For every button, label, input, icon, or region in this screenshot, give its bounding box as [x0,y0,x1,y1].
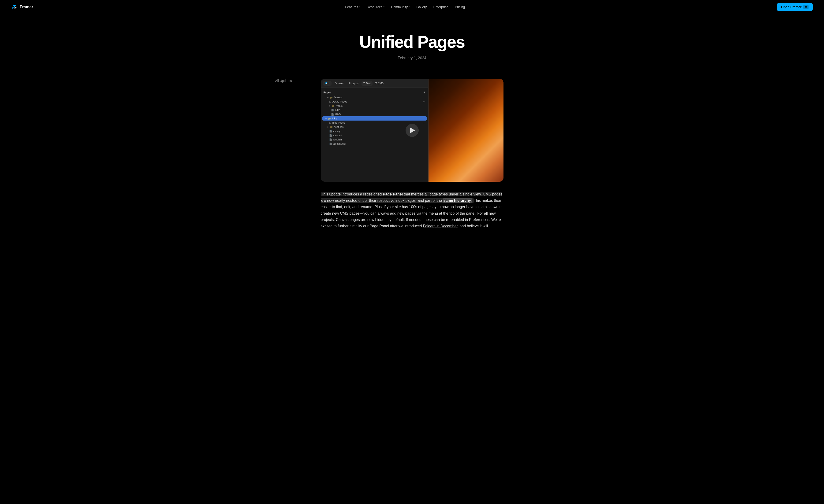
expand-dot [327,97,328,98]
media-container: ▾ ⊕ Insert ⊞ Layout T Text ⊟ [321,79,504,182]
pages-header: Pages + [321,90,428,95]
svg-marker-4 [325,83,326,84]
nav-gallery[interactable]: Gallery [414,4,429,10]
folder-icon: 📁 [330,126,333,128]
hero-section: Unified Pages February 1, 2024 [0,14,824,74]
chevron-down-icon: ▾ [383,6,385,8]
framer-logo-icon [11,4,18,10]
play-button[interactable] [406,124,419,137]
add-page-button[interactable]: + [424,91,425,94]
svg-marker-3 [325,82,327,83]
article-body: This update introduces a redesigned Page… [321,191,504,229]
expand-dot [325,118,327,119]
folder-icon: 📁 [330,96,333,99]
chevron-down-icon: ▾ [409,6,410,8]
cms-collection-icon: ⊟ [329,122,331,124]
page-icon: 📄 [329,138,332,141]
cms-collection-icon: ⊟ [329,100,331,103]
framer-toolbar: ▾ ⊕ Insert ⊞ Layout T Text ⊟ [321,79,428,88]
page-icon: 📄 [331,109,334,111]
page-icon: 📄 [329,134,332,137]
toolbar-cms[interactable]: ⊟ CMS [373,81,385,86]
list-item[interactable]: ⊟ Award Pages 64 [321,100,428,104]
list-item[interactable]: 📄 /community [321,142,428,146]
layout-icon: ⊞ [348,82,350,85]
nav-pricing[interactable]: Pricing [452,4,468,10]
toolbar-layout[interactable]: ⊞ Layout [346,81,361,86]
svg-marker-0 [12,5,17,7]
play-icon [410,128,415,133]
folders-link[interactable]: Folders in December [423,224,457,228]
nav-community[interactable]: Community ▾ [388,4,413,10]
page-icon: 📄 [329,130,332,132]
keyboard-shortcut-icon: ⌘ [803,5,809,9]
nav-features[interactable]: Features ▾ [342,4,363,10]
list-item[interactable]: 📁 /blog [322,116,427,121]
publish-date: February 1, 2024 [11,56,813,60]
toolbar-text[interactable]: T Text [362,81,373,86]
list-item[interactable]: 📁 /awards [321,95,428,100]
page-icon: 📄 [329,143,332,145]
list-item[interactable]: 📄 /2024 [321,112,428,116]
nav-logo[interactable]: Framer [11,4,33,10]
navbar: Framer Features ▾ Resources ▾ Community … [0,0,824,14]
folder-icon: 📁 [332,105,334,107]
nav-links: Features ▾ Resources ▾ Community ▾ Galle… [342,4,468,10]
plus-icon: ⊕ [335,82,337,85]
content-area: ‹ All Updates ▾ ⊕ [262,74,562,252]
toolbar-insert[interactable]: ⊕ Insert [333,81,346,86]
article-paragraph-1: This update introduces a redesigned Page… [321,191,504,229]
svg-marker-5 [326,83,327,84]
expand-dot [329,105,330,107]
svg-marker-2 [14,7,17,9]
cms-icon: ⊟ [375,82,377,85]
abstract-background [428,79,504,182]
open-framer-button[interactable]: Open Framer ⌘ [777,3,813,11]
svg-marker-1 [12,7,14,9]
nav-enterprise[interactable]: Enterprise [431,4,451,10]
list-item[interactable]: 📁 /years [321,104,428,108]
list-item[interactable]: 📄 /publish [321,137,428,142]
nav-resources[interactable]: Resources ▾ [364,4,388,10]
media-wrapper: ▾ ⊕ Insert ⊞ Layout T Text ⊟ [321,79,504,182]
pages-panel: Pages + 📁 /awards ⊟ Award Pages 64 [321,88,428,148]
chevron-down-icon: ▾ [359,6,360,8]
back-link[interactable]: ‹ All Updates [274,79,292,83]
list-item[interactable]: 📄 /2023 [321,108,428,112]
toolbar-logo-btn[interactable]: ▾ [323,81,331,86]
folder-icon: 📁 [328,117,331,120]
page-icon: 📄 [331,113,334,116]
chevron-icon: ▾ [328,82,330,85]
page-title: Unified Pages [11,33,813,51]
text-icon: T [364,82,365,85]
expand-dot [327,126,328,128]
